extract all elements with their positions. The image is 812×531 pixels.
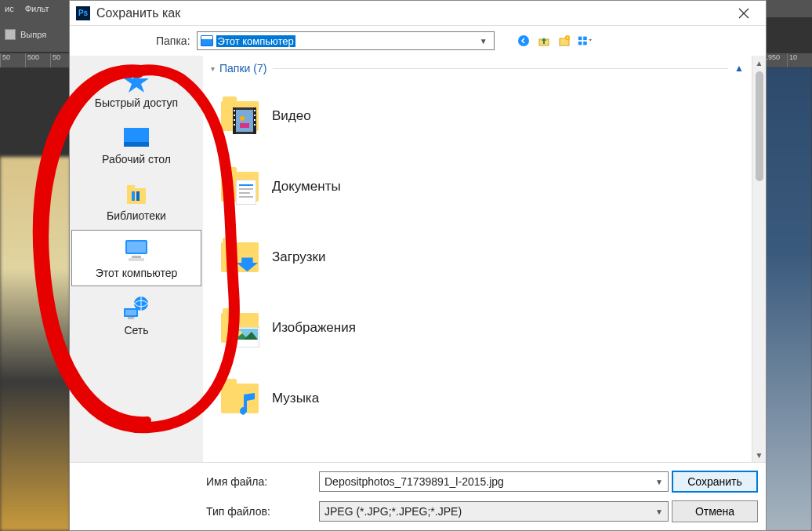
filetype-select[interactable]: JPEG (*.JPG;*.JPEG;*.JPE) ▼ — [319, 501, 669, 522]
folder-name: Загрузки — [272, 249, 325, 265]
svg-rect-8 — [583, 42, 587, 45]
folder-item-video[interactable]: Видео — [219, 81, 752, 151]
cancel-button[interactable]: Отмена — [672, 500, 758, 522]
folder-name: Музыка — [272, 391, 319, 406]
filename-input[interactable]: Depositphotos_71739891_l-2015.jpg ▼ — [319, 471, 669, 492]
chevron-down-icon: ▼ — [477, 37, 491, 45]
close-button[interactable] — [728, 2, 759, 25]
svg-rect-10 — [124, 142, 149, 147]
views-icon — [578, 35, 592, 47]
folder-combo-value: Этот компьютер — [216, 35, 295, 47]
svg-rect-28 — [234, 115, 235, 116]
svg-rect-24 — [235, 110, 254, 132]
scroll-thumb[interactable] — [756, 71, 763, 181]
folder-name: Видео — [272, 108, 311, 124]
titlebar: Ps Сохранить как — [70, 1, 766, 26]
place-this-pc[interactable]: Этот компьютер — [71, 230, 201, 286]
dialog-title: Сохранить как — [96, 6, 728, 20]
svg-rect-31 — [254, 110, 256, 111]
place-label: Библиотеки — [107, 209, 166, 222]
list-scrollbar[interactable]: ▲ ▼ — [752, 56, 766, 462]
new-folder-icon: ✦ — [558, 35, 571, 47]
bottom-form: Имя файла: Depositphotos_71739891_l-2015… — [70, 462, 766, 530]
views-button[interactable] — [578, 34, 592, 48]
place-label: Сеть — [124, 324, 148, 336]
chevron-down-icon: ▼ — [655, 478, 663, 486]
chevron-down-icon: ▾ — [211, 64, 215, 73]
place-network[interactable]: Сеть — [71, 288, 201, 343]
filename-label: Имя файла: — [206, 475, 316, 488]
folder-combo[interactable]: Этот компьютер ▼ — [197, 31, 495, 50]
svg-rect-14 — [136, 191, 140, 201]
svg-rect-34 — [254, 124, 256, 125]
new-folder-button[interactable]: ✦ — [557, 34, 571, 48]
scroll-up-icon: ▲ — [756, 56, 763, 70]
svg-rect-30 — [234, 124, 235, 125]
ps-canvas-right — [765, 67, 812, 531]
save-button[interactable]: Сохранить — [672, 471, 758, 493]
up-folder-icon — [538, 35, 550, 47]
music-icon — [236, 393, 258, 420]
place-label: Рабочий стол — [102, 153, 171, 165]
folder-toolbar: Папка: Этот компьютер ▼ ✦ — [70, 26, 766, 56]
svg-rect-36 — [240, 123, 249, 128]
folder-items: Видео Док — [203, 78, 752, 462]
ps-canvas-left — [0, 157, 71, 531]
folder-item-downloads[interactable]: Загрузки — [219, 222, 752, 293]
svg-rect-16 — [127, 242, 146, 253]
svg-rect-38 — [239, 184, 253, 186]
svg-rect-32 — [254, 115, 256, 116]
place-quick-access[interactable]: Быстрый доступ — [71, 60, 201, 115]
svg-rect-17 — [132, 256, 141, 258]
video-icon — [233, 107, 256, 134]
section-header[interactable]: ▾ Папки (7) ▲ — [203, 56, 752, 78]
star-icon — [121, 68, 152, 93]
ps-options-bar: Выпря — [0, 17, 71, 52]
network-icon — [121, 296, 152, 321]
save-as-dialog: Ps Сохранить как Папка: Этот компьютер ▼ — [69, 0, 767, 531]
file-list-area: ▾ Папки (7) ▲ — [203, 56, 766, 462]
folder-name: Изображения — [272, 320, 356, 336]
folder-label: Папка: — [156, 35, 190, 47]
back-button[interactable] — [517, 34, 531, 48]
up-button[interactable] — [537, 34, 551, 48]
libraries-icon — [121, 181, 152, 206]
app-icon: Ps — [76, 6, 90, 20]
this-pc-icon — [121, 238, 152, 264]
svg-rect-27 — [234, 110, 235, 111]
svg-rect-5 — [578, 37, 582, 41]
svg-rect-12 — [127, 185, 135, 190]
document-icon — [236, 180, 256, 205]
desktop-icon — [121, 125, 152, 150]
svg-rect-21 — [125, 310, 136, 315]
svg-point-35 — [240, 116, 245, 121]
svg-rect-13 — [132, 191, 135, 201]
pc-icon — [201, 35, 213, 46]
scroll-down-icon: ▼ — [756, 448, 763, 462]
back-icon — [517, 35, 530, 47]
download-icon — [236, 256, 259, 277]
svg-rect-29 — [234, 119, 235, 121]
place-desktop[interactable]: Рабочий стол — [71, 117, 201, 172]
folder-item-images[interactable]: Изображения — [219, 293, 752, 363]
svg-rect-18 — [129, 258, 144, 261]
place-libraries[interactable]: Библиотеки — [71, 173, 201, 228]
place-label: Быстрый доступ — [95, 96, 178, 109]
places-bar: Быстрый доступ Рабочий стол — [70, 56, 203, 462]
folder-name: Документы — [272, 179, 341, 195]
image-icon — [233, 327, 259, 347]
folder-item-music[interactable]: Музыка — [219, 363, 752, 434]
svg-rect-40 — [239, 192, 250, 194]
filetype-value: JPEG (*.JPG;*.JPEG;*.JPE) — [324, 505, 462, 518]
svg-rect-22 — [128, 317, 134, 319]
svg-rect-7 — [583, 37, 587, 41]
svg-rect-33 — [254, 119, 256, 121]
collapse-icon[interactable]: ▲ — [734, 63, 744, 74]
filetype-label: Тип файлов: — [206, 505, 316, 518]
filename-value: Depositphotos_71739891_l-2015.jpg — [324, 475, 504, 488]
folder-item-documents[interactable]: Документы — [219, 151, 752, 222]
svg-rect-41 — [239, 196, 253, 198]
section-title: Папки (7) — [219, 62, 266, 75]
chevron-down-icon: ▼ — [655, 507, 663, 516]
close-icon — [738, 8, 749, 19]
